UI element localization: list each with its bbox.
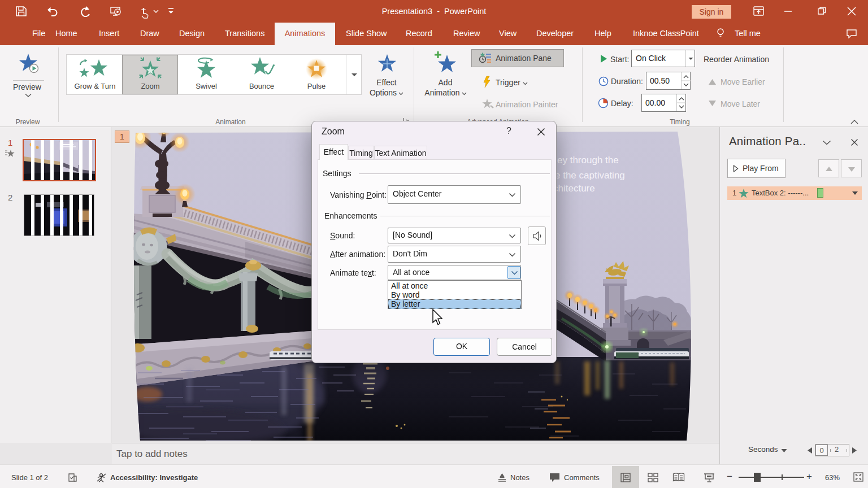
svg-text:ey through the: ey through the — [557, 155, 619, 165]
svg-text:e the captivating: e the captivating — [555, 170, 625, 181]
svg-text:chitecture: chitecture — [553, 183, 595, 194]
